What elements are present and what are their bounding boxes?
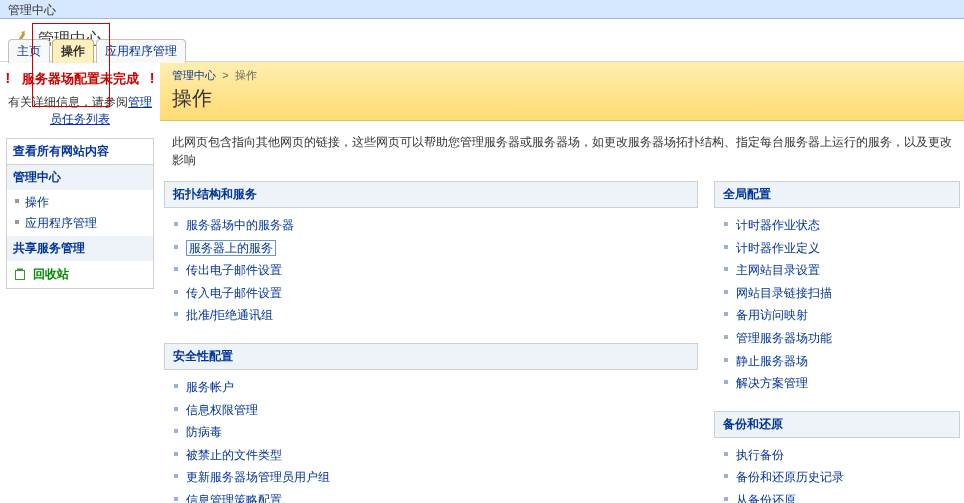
tab-operations[interactable]: 操作 xyxy=(52,39,94,63)
svg-rect-3 xyxy=(16,271,25,280)
window-title: 管理中心 xyxy=(8,3,56,17)
recycle-bin-link[interactable]: 回收站 xyxy=(7,261,153,288)
list-item: 信息权限管理 xyxy=(164,399,698,422)
sidebar-item-apps: 应用程序管理 xyxy=(7,213,153,234)
services-on-server-link[interactable]: 服务器上的服务 xyxy=(186,240,276,256)
list-item: 从备份还原 xyxy=(714,489,960,503)
column-right: 全局配置 计时器作业状态 计时器作业定义 主网站目录设置 网站目录链接扫描 备用… xyxy=(714,181,960,503)
list-item: 防病毒 xyxy=(164,421,698,444)
section-global-title: 全局配置 xyxy=(714,181,960,208)
list-item: 服务帐户 xyxy=(164,376,698,399)
main-area: 管理中心 > 操作 操作 此网页包含指向其他网页的链接，这些网页可以帮助您管理服… xyxy=(160,62,964,503)
column-left: 拓扑结构和服务 服务器场中的服务器 服务器上的服务 传出电子邮件设置 传入电子邮… xyxy=(164,181,698,503)
list-item: 信息管理策略配置 xyxy=(164,489,698,503)
sidebar-group-viewall: 查看所有网站内容 管理中心 操作 应用程序管理 共享服务管理 回收站 xyxy=(6,138,154,289)
list-item: 网站目录链接扫描 xyxy=(714,282,960,305)
list-item: 计时器作业定义 xyxy=(714,237,960,260)
window-title-bar: 管理中心 xyxy=(0,0,964,19)
sidebar-item-operations: 操作 xyxy=(7,192,153,213)
config-warning-title: 服务器场配置未完成 xyxy=(10,70,151,88)
list-item: 传入电子邮件设置 xyxy=(164,282,698,305)
breadcrumb: 管理中心 > 操作 xyxy=(172,68,952,83)
recycle-icon xyxy=(13,267,27,281)
sidebar-heading-admin: 管理中心 xyxy=(7,165,153,190)
list-item: 备份和还原历史记录 xyxy=(714,466,960,489)
sidebar-heading-shared: 共享服务管理 xyxy=(7,236,153,261)
section-backup-title: 备份和还原 xyxy=(714,411,960,438)
section-security-title: 安全性配置 xyxy=(164,343,698,370)
list-item: 被禁止的文件类型 xyxy=(164,444,698,467)
tab-apps[interactable]: 应用程序管理 xyxy=(96,39,186,63)
section-topology-title: 拓扑结构和服务 xyxy=(164,181,698,208)
tab-bar: 主页 操作 应用程序管理 xyxy=(8,38,188,62)
list-item: 更新服务器场管理员用户组 xyxy=(164,466,698,489)
list-item: 备用访问映射 xyxy=(714,304,960,327)
recycle-bin-label: 回收站 xyxy=(33,266,69,283)
list-item: 静止服务器场 xyxy=(714,350,960,373)
tab-home[interactable]: 主页 xyxy=(8,39,50,63)
view-all-sites-link[interactable]: 查看所有网站内容 xyxy=(13,144,109,158)
section-security-list: 服务帐户 信息权限管理 防病毒 被禁止的文件类型 更新服务器场管理员用户组 信息… xyxy=(164,376,698,503)
section-topology-list: 服务器场中的服务器 服务器上的服务 传出电子邮件设置 传入电子邮件设置 批准/拒… xyxy=(164,214,698,327)
list-item: 传出电子邮件设置 xyxy=(164,259,698,282)
list-item: 计时器作业状态 xyxy=(714,214,960,237)
list-item: 服务器场中的服务器 xyxy=(164,214,698,237)
section-global-list: 计时器作业状态 计时器作业定义 主网站目录设置 网站目录链接扫描 备用访问映射 … xyxy=(714,214,960,395)
breadcrumb-root[interactable]: 管理中心 xyxy=(172,69,216,81)
list-item: 批准/拒绝通讯组 xyxy=(164,304,698,327)
header: 管理中心 主页 操作 应用程序管理 xyxy=(0,19,964,62)
left-sidebar: 服务器场配置未完成 有关详细信息，请参阅管理员任务列表 查看所有网站内容 管理中… xyxy=(0,62,160,293)
page-banner: 管理中心 > 操作 操作 xyxy=(160,62,964,121)
config-warning: 服务器场配置未完成 有关详细信息，请参阅管理员任务列表 xyxy=(6,70,154,128)
sidebar-admin-list: 操作 应用程序管理 xyxy=(7,190,153,236)
config-warning-sub: 有关详细信息，请参阅管理员任务列表 xyxy=(6,94,154,128)
list-item: 执行备份 xyxy=(714,444,960,467)
page-description: 此网页包含指向其他网页的链接，这些网页可以帮助您管理服务器或服务器场，如更改服务… xyxy=(160,121,964,181)
page-title: 操作 xyxy=(172,85,952,112)
breadcrumb-current: 操作 xyxy=(235,69,257,81)
list-item: 主网站目录设置 xyxy=(714,259,960,282)
list-item: 管理服务器场功能 xyxy=(714,327,960,350)
section-backup-list: 执行备份 备份和还原历史记录 从备份还原 备份和还原作业状态 xyxy=(714,444,960,503)
list-item: 解决方案管理 xyxy=(714,372,960,395)
list-item: 服务器上的服务 xyxy=(164,237,698,260)
